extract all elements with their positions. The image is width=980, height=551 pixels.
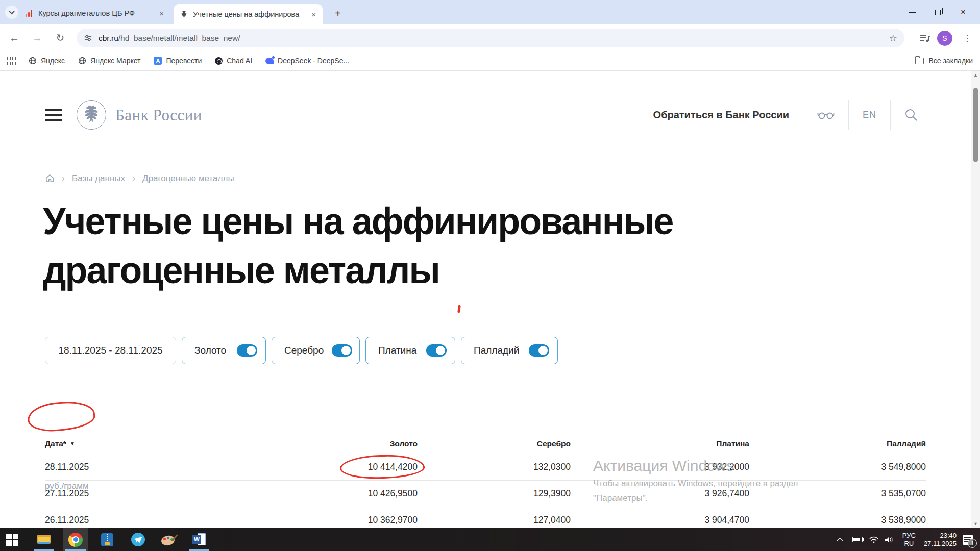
bookmark-translate[interactable]: A Перевести (154, 57, 202, 65)
taskbar-paint[interactable] (156, 528, 181, 551)
page-title-line2: драгоценные металлы (43, 246, 673, 295)
tab-title: Курсы драгметаллов ЦБ РФ (38, 9, 153, 17)
battery-icon[interactable] (852, 537, 863, 542)
cell-date: 27.11.2025 (45, 488, 259, 499)
column-platinum: Платина (571, 439, 749, 448)
url-text: cbr.ru/hd_base/metall/metall_base_new/ (99, 34, 240, 43)
page-title-line1: Учетные цены на аффинированные (43, 197, 673, 246)
prices-table: Дата* ▼ Золото Серебро Платина Палладий … (45, 434, 926, 528)
all-bookmarks-button[interactable]: Все закладки (915, 57, 973, 65)
bookmark-star-icon[interactable]: ☆ (889, 33, 897, 44)
start-button[interactable] (0, 528, 24, 551)
tray-chevron-up-icon[interactable] (837, 538, 843, 544)
restore-icon (935, 10, 941, 15)
divider (848, 100, 849, 130)
scroll-down-arrow[interactable]: ▼ (971, 520, 980, 528)
cell-platinum: 3 904,4700 (571, 515, 749, 525)
toggle-silver[interactable]: Серебро (272, 337, 360, 364)
browser-menu-button[interactable]: ⋮ (960, 33, 975, 44)
search-icon[interactable] (904, 108, 918, 121)
forward-button[interactable]: → (29, 29, 46, 46)
page-title: Учетные цены на аффинированные драгоценн… (43, 197, 673, 295)
breadcrumb-separator: › (62, 173, 65, 184)
bookmark-yandex-market[interactable]: Яндекс Маркет (78, 57, 140, 65)
divider (909, 56, 909, 66)
tab-search-button[interactable] (5, 6, 18, 19)
divider (803, 100, 803, 130)
language-indicator[interactable]: РУС RU (902, 532, 916, 548)
back-button[interactable]: ← (6, 29, 23, 46)
accessibility-glasses-icon[interactable] (817, 110, 835, 120)
site-settings-icon[interactable] (84, 34, 92, 42)
hamburger-menu-button[interactable] (45, 109, 62, 124)
contact-bank-link[interactable]: Обратиться в Банк России (653, 109, 789, 121)
tab-close-icon[interactable]: × (158, 9, 165, 18)
bookmarks-right: Все закладки (902, 56, 980, 66)
window-restore-button[interactable] (925, 2, 950, 22)
bookmark-yandex[interactable]: Яндекс (29, 57, 65, 65)
cbr-logo[interactable] (77, 100, 106, 130)
cell-silver: 129,3900 (418, 488, 571, 499)
date-range-input[interactable]: 18.11.2025 - 28.11.2025 (45, 337, 176, 364)
taskbar-file-explorer[interactable] (32, 528, 56, 551)
tray-date: 27.11.2025 (924, 540, 957, 548)
toggle-switch-on[interactable] (426, 344, 447, 357)
window-controls: × (899, 0, 976, 24)
cell-palladium: 3 538,9000 (749, 515, 926, 525)
taskbar-chrome[interactable] (63, 528, 88, 551)
notification-badge: 1 (968, 539, 977, 548)
tab-cbr-prices[interactable]: Учетные цены на аффинирова × (174, 4, 323, 24)
bookmark-deepseek[interactable]: DeepSeek - DeepSe... (265, 57, 349, 65)
minimize-icon (909, 12, 916, 13)
breadcrumb-precious-metals[interactable]: Драгоценные металлы (142, 173, 234, 184)
bookmark-chad-ai[interactable]: Chad AI (215, 57, 252, 65)
wifi-icon[interactable] (869, 536, 879, 544)
volume-icon[interactable] (884, 536, 894, 544)
scrollbar-thumb[interactable] (973, 88, 978, 162)
divider (890, 100, 891, 130)
toggle-gold[interactable]: Золото (182, 337, 266, 364)
column-date[interactable]: Дата* ▼ (45, 439, 259, 448)
tab-metal-rates[interactable]: Курсы драгметаллов ЦБ РФ × (19, 4, 170, 22)
eagle-favicon-icon (180, 10, 188, 19)
toggle-switch-on[interactable] (529, 344, 549, 357)
new-tab-button[interactable]: + (331, 6, 345, 20)
taskbar-archiver[interactable] (95, 528, 119, 551)
reload-button[interactable]: ↻ (52, 29, 69, 46)
clock[interactable]: 23:40 27.11.2025 (924, 532, 957, 548)
home-icon[interactable] (45, 173, 55, 183)
folder-icon (915, 58, 924, 64)
site-header: Банк России Обратиться в Банк России EN (0, 100, 980, 130)
toggle-label: Серебро (284, 345, 324, 356)
scroll-up-arrow[interactable]: ▲ (971, 71, 980, 79)
window-minimize-button[interactable] (899, 2, 925, 22)
media-controls-icon[interactable] (920, 34, 930, 43)
bookmark-label: DeepSeek - DeepSe... (278, 57, 349, 65)
toggle-switch-on[interactable] (237, 344, 257, 357)
column-silver: Серебро (418, 439, 571, 448)
breadcrumb-databases[interactable]: Базы данных (72, 173, 125, 184)
page-scrollbar[interactable]: ▲ ▼ (971, 71, 980, 528)
column-gold: Золото (259, 439, 418, 448)
toggle-platinum[interactable]: Платина (365, 337, 455, 364)
taskbar-telegram[interactable] (126, 528, 150, 551)
toggle-palladium[interactable]: Палладий (461, 337, 558, 364)
apps-grid-icon[interactable] (7, 57, 16, 65)
toggle-switch-on[interactable] (332, 344, 352, 357)
tab-close-icon[interactable]: × (310, 10, 317, 19)
cell-gold: 10 414,4200 (259, 462, 418, 472)
address-bar[interactable]: cbr.ru/hd_base/metall/metall_base_new/ ☆ (77, 29, 904, 47)
notifications-icon[interactable]: 1 (963, 535, 973, 545)
language-switch[interactable]: EN (863, 110, 876, 120)
divider (22, 56, 22, 66)
red-pen-mark (457, 305, 461, 313)
bookmark-label: Яндекс Маркет (90, 57, 140, 65)
cell-silver: 127,0400 (418, 515, 571, 525)
bookmark-label: Chad AI (227, 57, 252, 65)
table-row: 27.11.2025 10 426,9500 129,3900 3 926,74… (45, 481, 926, 507)
table-row: 26.11.2025 10 362,9700 127,0400 3 904,47… (45, 507, 926, 528)
profile-avatar[interactable]: S (937, 31, 952, 46)
taskbar-word[interactable]: W (187, 528, 211, 551)
file-explorer-icon (37, 535, 51, 545)
window-close-button[interactable]: × (950, 2, 976, 22)
